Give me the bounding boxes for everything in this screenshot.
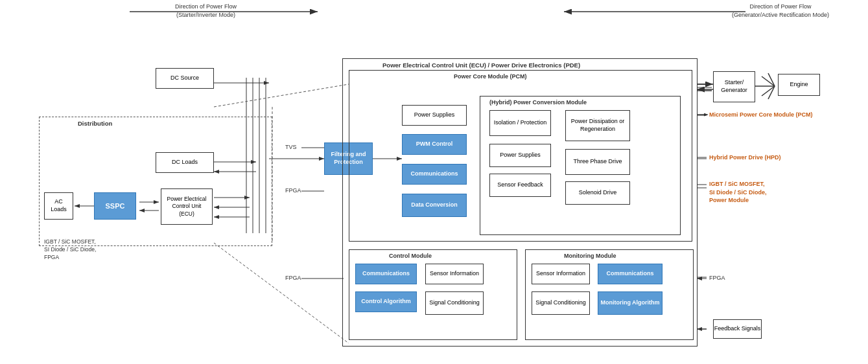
sensor-feedback-box: Sensor Feedback <box>489 174 551 197</box>
three-phase-drive-box: Three Phase Drive <box>565 149 630 175</box>
communications-core-box: Communications <box>402 164 467 185</box>
svg-line-46 <box>214 243 349 343</box>
pcm-title-label: Power Core Module (PCM) <box>454 73 527 80</box>
svg-line-28 <box>768 86 775 99</box>
distribution-box <box>39 117 272 246</box>
control-algorithm-box: Control Algorithm <box>355 291 417 312</box>
starter-generator-box: Starter/ Generator <box>713 71 755 102</box>
igbt-left-label: IGBT / SiC MOSFET, SI Diode / SiC Diode,… <box>44 238 96 262</box>
power-supplies-hybrid-box: Power Supplies <box>489 144 551 167</box>
signal-conditioning-monitoring-box: Signal Conditioning <box>532 291 590 315</box>
isolation-protection-box: Isolation / Protection <box>489 110 551 136</box>
pde-title-label: Power Electrical Control Unit (ECU) / Po… <box>382 62 580 69</box>
sensor-info-monitoring-box: Sensor Information <box>532 264 590 284</box>
ac-loads-box: AC Loads <box>44 192 73 220</box>
feedback-signals-box: Feedback Signals <box>713 319 762 339</box>
control-module-title: Control Module <box>389 253 432 259</box>
svg-line-45 <box>214 84 349 107</box>
dc-source-box: DC Source <box>156 68 214 89</box>
hybrid-hpd-label: Hybrid Power Drive (HPD) <box>709 154 781 161</box>
communications-monitoring-box: Communications <box>598 264 663 284</box>
arrow-right-label: Direction of Power Flow (Generator/Activ… <box>732 3 829 19</box>
hybrid-pcm-title-label: (Hybrid) Power Conversion Module <box>489 99 587 106</box>
monitoring-algorithm-box: Monitoring Algorithm <box>598 291 663 315</box>
arrow-left-label: Direction of Power Flow (Starter/Inverte… <box>175 3 237 19</box>
diagram: Direction of Power Flow (Starter/Inverte… <box>0 0 868 364</box>
sspc-box: SSPC <box>94 192 136 220</box>
svg-line-25 <box>762 76 775 86</box>
fpga-right-label: FPGA <box>709 275 725 281</box>
fpga-bottom-label: FPGA <box>285 275 301 281</box>
signal-conditioning-control-box: Signal Conditioning <box>425 291 484 315</box>
solenoid-drive-box: Solenoid Drive <box>565 181 630 205</box>
data-conversion-box: Data Conversion <box>402 194 467 217</box>
pwm-control-box: PWM Control <box>402 134 467 155</box>
power-supplies-pcm-box: Power Supplies <box>402 105 467 126</box>
igbt-right-label: IGBT / SiC MOSFET, SI Diode / SiC Diode,… <box>709 180 767 205</box>
power-ecu-box: Power Electrical Control Unit (ECU) <box>161 188 213 225</box>
engine-box: Engine <box>778 74 820 96</box>
sensor-info-control-box: Sensor Information <box>425 264 484 284</box>
microsemi-pcm-label: Microsemi Power Core Module (PCM) <box>709 111 813 118</box>
power-dissipation-box: Power Dissipation or Regeneration <box>565 110 630 141</box>
svg-line-26 <box>762 86 775 96</box>
monitoring-module-title: Monitoring Module <box>564 253 616 259</box>
distribution-label: Distribution <box>78 120 112 127</box>
fpga-top-label: FPGA <box>285 187 301 194</box>
communications-control-box: Communications <box>355 264 417 284</box>
svg-line-27 <box>768 73 775 86</box>
tvs-label: TVS <box>285 144 297 150</box>
